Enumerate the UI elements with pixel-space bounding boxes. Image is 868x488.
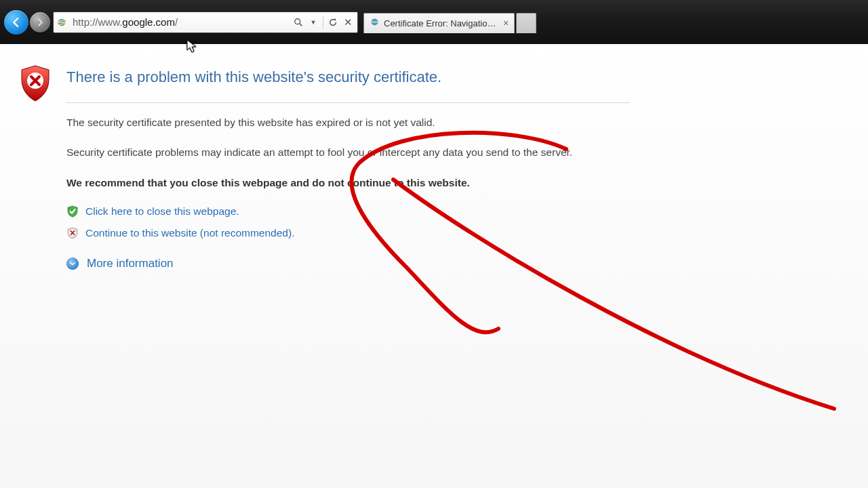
search-icon[interactable] (293, 17, 304, 28)
svg-point-2 (295, 18, 300, 24)
arrow-right-icon (35, 18, 45, 27)
address-url: http://www.google.com/ (70, 16, 289, 28)
recommend-text: We recommend that you close this webpage… (66, 176, 602, 190)
tab-close-icon[interactable]: × (503, 18, 509, 28)
address-bar[interactable]: http://www.google.com/ ▼ ✕ (53, 12, 358, 33)
address-tools: ▼ ✕ (289, 16, 357, 29)
url-domain: google.com (122, 16, 175, 28)
x-shield-icon (66, 227, 79, 239)
ie-logo-icon (54, 17, 70, 28)
new-tab-button[interactable] (516, 13, 536, 33)
separator (323, 16, 323, 29)
tab-title: Certificate Error: Navigation... (384, 18, 499, 28)
more-info-label: More information (87, 257, 174, 270)
tab-certificate-error[interactable]: Certificate Error: Navigation... × (363, 13, 515, 33)
continue-website-link[interactable]: Continue to this website (not recommende… (85, 227, 294, 239)
close-option: Click here to close this webpage. (66, 205, 629, 218)
chevron-down-icon (66, 258, 79, 270)
svg-line-3 (300, 23, 302, 26)
ie-logo-icon (370, 17, 380, 29)
shield-error-icon (19, 64, 52, 270)
back-button[interactable] (4, 10, 28, 35)
browser-chrome: http://www.google.com/ ▼ ✕ Certificate E… (0, 0, 868, 44)
stop-icon[interactable]: ✕ (342, 17, 353, 28)
more-information[interactable]: More information (66, 257, 629, 270)
divider (66, 102, 629, 103)
continue-option: Continue to this website (not recommende… (66, 227, 629, 239)
arrow-left-icon (10, 16, 22, 28)
cert-expired-text: The security certificate presented by th… (66, 115, 602, 130)
url-prefix: http://www. (73, 16, 122, 28)
cert-warning-text: Security certificate problems may indica… (66, 145, 602, 160)
forward-button[interactable] (30, 12, 50, 33)
check-shield-icon (66, 205, 79, 218)
nav-buttons (4, 10, 50, 35)
close-webpage-link[interactable]: Click here to close this webpage. (85, 205, 239, 218)
refresh-icon[interactable] (328, 17, 338, 28)
url-suffix: / (175, 16, 178, 28)
tab-strip: Certificate Error: Navigation... × (363, 12, 536, 33)
page-title: There is a problem with this website's s… (66, 68, 629, 86)
search-dropdown-icon[interactable]: ▼ (308, 17, 319, 28)
page-content: There is a problem with this website's s… (0, 44, 868, 488)
